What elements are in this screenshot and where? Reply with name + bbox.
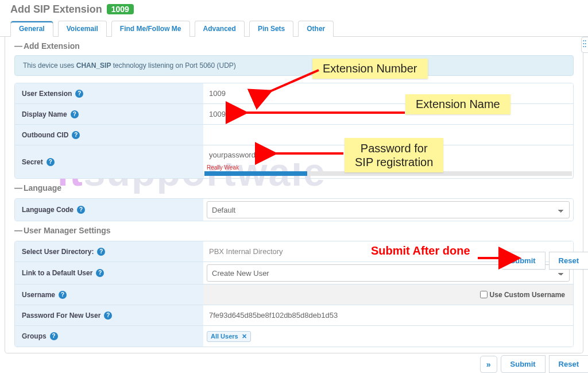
submit-button-bottom[interactable]: Submit [501,355,546,373]
tab-pinsets-label: Pin Sets [258,25,285,33]
svg-rect-1 [585,40,586,41]
row-username: Username ? Use Custom Username [15,284,573,305]
main-panel: Add Extension This device uses CHAN_SIP … [5,37,583,353]
label-display-name: Display Name ? [15,104,203,124]
label-user-extension: User Extension ? [15,83,203,103]
annotation-sip-password-l1: Password for [361,142,428,155]
reset-button[interactable]: Reset [549,252,588,270]
label-link-default-user: Link to a Default User ? [15,262,203,284]
password-new-user-input[interactable] [207,308,570,322]
label-outbound-cid: Outbound CID ? [15,125,203,145]
collapse-button[interactable]: » [480,356,497,373]
submit-button[interactable]: Submit [501,252,546,270]
svg-rect-4 [583,46,585,47]
username-input [207,287,478,302]
label-secret: Secret ? [15,145,203,178]
help-icon[interactable]: ? [97,248,105,256]
label-username: Username ? [15,284,203,305]
label-username-text: Username [22,291,55,299]
tab-advanced[interactable]: Advanced [195,21,245,37]
chansip-banner: This device uses CHAN_SIP technology lis… [14,55,574,76]
extension-badge: 1009 [107,4,134,14]
use-custom-username-checkbox[interactable] [480,291,488,298]
row-link-default-user: Link to a Default User ? Create New User [15,262,573,284]
use-custom-username-wrap[interactable]: Use Custom Username [478,289,570,300]
label-language-code-text: Language Code [22,206,74,214]
section-add-extension-title: Add Extension [5,37,583,54]
input-wrap-user-extension [203,83,573,103]
tab-general[interactable]: General [10,21,53,37]
label-link-text: Link to a Default User [22,269,92,277]
help-icon[interactable]: ? [75,90,83,98]
tabs: General Voicemail Find Me/Follow Me Adva… [0,18,588,37]
section-usermanager-title: User Manager Settings [5,221,583,239]
input-wrap-language-code: Default [203,199,573,221]
label-directory-text: Select User Directory: [22,248,94,256]
help-icon[interactable]: ? [47,158,55,166]
tab-other-label: Other [307,25,325,33]
annotation-extension-name: Extension Name [405,94,510,114]
tab-other[interactable]: Other [298,21,334,37]
banner-bold: CHAN_SIP [76,61,111,70]
user-extension-input[interactable] [207,86,570,101]
language-code-select[interactable]: Default [207,201,570,218]
input-wrap-password [203,305,573,325]
label-outbound-cid-text: Outbound CID [22,131,68,139]
label-display-name-text: Display Name [22,110,67,118]
strength-fill [204,171,307,176]
label-password-text: Password For New User [22,312,100,320]
tab-voicemail-label: Voicemail [67,25,98,33]
input-wrap-username: Use Custom Username [203,284,573,305]
help-icon[interactable]: ? [50,332,58,340]
svg-rect-3 [585,43,586,44]
svg-rect-0 [583,40,585,41]
reset-button-bottom[interactable]: Reset [549,355,588,373]
page-title-text: Add SIP Extension [10,3,102,15]
use-custom-username-label: Use Custom Username [490,291,565,299]
group-chip-label: All Users [211,333,238,340]
row-directory: Select User Directory: ? [15,241,573,262]
label-language-code: Language Code ? [15,199,203,221]
help-icon[interactable]: ? [72,131,80,139]
help-icon[interactable]: ? [104,312,112,320]
tab-general-label: General [19,25,45,33]
help-icon[interactable]: ? [59,291,67,299]
tab-voicemail[interactable]: Voicemail [58,21,107,37]
svg-rect-5 [585,46,586,47]
annotation-submit-after: Submit After done [371,244,470,257]
row-secret: Secret ? Really Weak [15,145,573,178]
row-password-new-user: Password For New User ? [15,305,573,326]
label-secret-text: Secret [22,158,43,166]
help-icon[interactable]: ? [96,269,104,277]
group-chip-allusers[interactable]: All Users ✕ [207,331,251,342]
section-language-title: Language [5,179,583,196]
tab-findme-label: Find Me/Follow Me [120,25,181,33]
display-name-input[interactable] [207,107,570,121]
tab-pinsets[interactable]: Pin Sets [249,21,293,37]
row-outbound-cid: Outbound CID ? [15,125,573,145]
remove-chip-icon[interactable]: ✕ [242,333,247,340]
help-icon[interactable]: ? [71,110,79,118]
tab-advanced-label: Advanced [203,25,236,33]
action-bar-top: Submit Reset [501,252,588,270]
input-wrap-groups[interactable]: All Users ✕ [203,326,573,347]
label-password-new-user: Password For New User ? [15,305,203,325]
help-icon[interactable]: ? [77,206,85,214]
banner-suffix: technology listening on Port 5060 (UDP) [111,61,235,70]
usermanager-form: Select User Directory: ? Link to a Defau… [14,241,574,347]
row-language-code: Language Code ? Default [15,199,573,221]
input-wrap-display-name [203,104,573,124]
language-form: Language Code ? Default [14,198,574,221]
label-user-extension-text: User Extension [22,90,72,98]
side-handle-button[interactable] [581,37,588,53]
tab-findme[interactable]: Find Me/Follow Me [111,21,190,37]
action-bar-bottom: » Submit Reset [480,355,588,373]
label-groups-text: Groups [22,332,47,340]
annotation-extension-number: Extension Number [312,59,428,79]
label-groups: Groups ? [15,326,203,347]
banner-prefix: This device uses [23,61,76,70]
label-directory: Select User Directory: ? [15,241,203,262]
annotation-sip-password-l2: SIP registration [355,156,433,168]
row-groups: Groups ? All Users ✕ [15,326,573,347]
page-title: Add SIP Extension 1009 [0,0,588,18]
